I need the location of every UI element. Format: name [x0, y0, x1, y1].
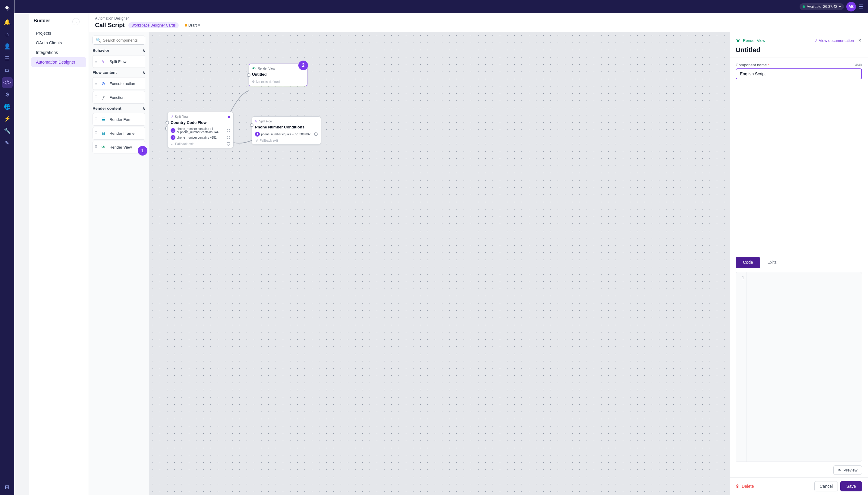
breadcrumb: Automation Designer [95, 16, 862, 20]
draft-dropdown[interactable]: Draft ▾ [183, 22, 203, 28]
edit-icon[interactable]: ✎ [2, 137, 13, 148]
node-eye-icon: 👁 [252, 66, 256, 71]
preview-button[interactable]: 👁 Preview [833, 465, 862, 475]
hamburger-icon[interactable]: ☰ [858, 3, 863, 10]
drag-handle-icon: ⠿ [94, 117, 97, 121]
tab-code[interactable]: Code [736, 257, 760, 268]
contacts-icon[interactable]: 👤 [2, 41, 13, 52]
exit-num-2: 2 [171, 135, 175, 140]
globe-icon[interactable]: 🌐 [2, 101, 13, 112]
flow-content-section-header: Flow content ∧ [92, 70, 145, 75]
notification-icon[interactable]: 🔔 [2, 17, 13, 28]
exit-connector-1 [227, 129, 230, 132]
tag-badge: Workspace Designer Cards [128, 22, 179, 28]
render-iframe-icon: ▦ [100, 130, 107, 137]
list-icon[interactable]: ☰ [2, 53, 13, 64]
component-name-input[interactable] [736, 68, 862, 79]
drag-handle-icon: ⠿ [94, 81, 97, 86]
status-label: Available [807, 4, 821, 9]
settings-icon[interactable]: ⚙ [2, 89, 13, 100]
execute-action-component[interactable]: ⠿ ⊙ Execute action [92, 77, 145, 90]
sidebar-item-oauth[interactable]: OAuth Clients [31, 38, 86, 48]
function-icon: 𝑓 [100, 94, 107, 101]
canvas-svg [149, 32, 729, 495]
render-form-component[interactable]: ⠿ ☰ Render Form [92, 113, 145, 126]
render-content-section-header: Render content ∧ [92, 106, 145, 110]
layers-icon[interactable]: ⧉ [2, 65, 13, 76]
execute-action-icon: ⊙ [100, 80, 107, 87]
delete-button[interactable]: 🗑 Delete [736, 484, 754, 489]
split-flow-2-node[interactable]: ⑂ Split Flow Phone Number Conditions 1 p… [251, 116, 321, 145]
draft-dot [185, 24, 187, 27]
builder-sidebar: Builder Projects OAuth Clients Integrati… [29, 13, 89, 495]
render-view-icon: 👁 [100, 143, 107, 151]
grid-icon[interactable]: ⊞ [2, 482, 13, 493]
components-panel: ‹ 🔍 Behavior ∧ ⠿ ⑂ Split Flow Flow [89, 32, 149, 495]
code-content[interactable] [747, 272, 862, 462]
no-exits-icon: ⊙ [252, 80, 255, 84]
external-link-icon: ↗ [814, 38, 818, 43]
page-title: Call Script [95, 22, 125, 29]
drag-handle-icon: ⠿ [94, 59, 97, 64]
trash-icon: 🗑 [736, 484, 740, 489]
flow-content-collapse-icon[interactable]: ∧ [142, 70, 145, 75]
field-count: 14/40 [853, 63, 862, 67]
right-panel-body: Component name * 14/40 [730, 58, 868, 257]
search-box: 🔍 [92, 36, 145, 45]
tool-icon[interactable]: 🔧 [2, 125, 13, 136]
code-icon[interactable]: </> [2, 77, 13, 88]
footer-actions: Cancel Save [814, 481, 862, 491]
tab-exits[interactable]: Exits [760, 257, 784, 268]
exit-connector-2-1 [314, 132, 318, 136]
status-indicator[interactable]: Available 26:37:42 ▾ [800, 3, 844, 10]
split-flow-icon: ⑂ [100, 58, 107, 65]
exit-connector-2 [227, 136, 230, 139]
cancel-button[interactable]: Cancel [814, 481, 838, 491]
close-button[interactable]: × [857, 37, 862, 44]
behavior-collapse-icon[interactable]: ∧ [142, 48, 145, 53]
drag-handle-icon: ⠿ [94, 131, 97, 135]
split-flow-icon-2: ⑂ [255, 119, 257, 124]
save-button[interactable]: Save [840, 481, 862, 491]
builder-title: Builder [29, 18, 89, 28]
avatar[interactable]: AB [846, 2, 856, 12]
chevron-down-icon: ▾ [839, 4, 841, 9]
view-documentation-link[interactable]: ↗ View documentation [814, 38, 854, 43]
fallback-icon-1: ↲ [171, 141, 174, 146]
draft-chevron-icon: ▾ [198, 23, 200, 28]
right-panel: 👁 Render View ↗ View documentation × Unt… [729, 32, 868, 495]
preview-eye-icon: 👁 [838, 468, 842, 472]
canvas[interactable]: 👁 Render View Untitled ⊙ No exits define… [149, 32, 729, 495]
sidebar-item-automation[interactable]: Automation Designer [31, 57, 86, 67]
fallback-icon-2: ↲ [255, 138, 258, 142]
field-label-text: Component name [736, 63, 767, 67]
render-view-component[interactable]: ⠿ 👁 Render View 1 [92, 141, 145, 153]
node-status-dot-1 [228, 116, 230, 118]
split-flow-1-node[interactable]: ⑂ Split Flow Country Code Flow 1 phone_n… [167, 112, 233, 148]
app-logo: ◈ [2, 2, 13, 13]
function-component[interactable]: ⠿ 𝑓 Function [92, 91, 145, 104]
exit-num-2-1: 1 [255, 132, 260, 137]
step-2-badge: 2 [298, 61, 308, 70]
content-area: Automation Designer Call Script Workspac… [89, 13, 868, 495]
search-input[interactable] [103, 38, 142, 42]
sidebar-item-integrations[interactable]: Integrations [31, 48, 86, 57]
render-content-collapse-icon[interactable]: ∧ [142, 106, 145, 110]
render-iframe-component[interactable]: ⠿ ▦ Render Iframe [92, 127, 145, 140]
line-numbers: 1 [736, 272, 747, 462]
sidebar-item-projects[interactable]: Projects [31, 28, 86, 38]
content-header: Automation Designer Call Script Workspac… [89, 13, 868, 32]
behavior-section-header: Behavior ∧ [92, 48, 145, 53]
exit-num-1: 1 [171, 128, 175, 133]
code-editor[interactable]: 1 [736, 272, 862, 462]
split-flow-component[interactable]: ⠿ ⑂ Split Flow [92, 55, 145, 68]
status-time: 26:37:42 [823, 4, 837, 9]
sidebar-icon-rail: ◈ 🔔 ⌂ 👤 ☰ ⧉ </> ⚙ 🌐 ⚡ 🔧 ✎ ⊞ [0, 0, 14, 495]
home-icon[interactable]: ⌂ [2, 29, 13, 40]
right-panel-header: 👁 Render View ↗ View documentation × Unt… [730, 32, 868, 58]
status-dot [803, 5, 805, 8]
preview-row: 👁 Preview [730, 465, 868, 477]
node-left-connector-2 [250, 123, 254, 127]
render-form-icon: ☰ [100, 116, 107, 123]
plug-icon[interactable]: ⚡ [2, 113, 13, 124]
